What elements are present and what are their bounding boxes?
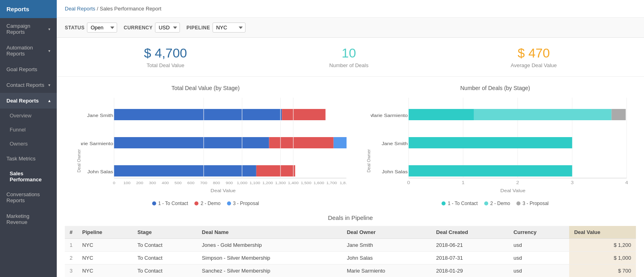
sidebar-item-automation-reports[interactable]: Automation Reports ▾ bbox=[0, 40, 57, 62]
svg-text:1,600: 1,600 bbox=[314, 181, 324, 185]
avg-deal-value: $ 470 bbox=[511, 46, 557, 61]
cell-currency: usd bbox=[509, 252, 570, 265]
cell-pipeline: NYC bbox=[77, 252, 132, 265]
sidebar-item-label: Deal Reports bbox=[6, 98, 39, 104]
chart-number-of-deals: Number of Deals (by Stage) Deal Owner 0 … bbox=[355, 85, 636, 206]
filters-bar: STATUS Open Closed Won Lost CURRENCY USD… bbox=[57, 18, 644, 38]
table-row: 1 NYC To Contact Jones - Gold Membership… bbox=[65, 239, 636, 252]
currency-select[interactable]: USD EUR GBP bbox=[155, 23, 180, 33]
legend-dot-teal bbox=[442, 201, 446, 205]
sidebar-item-label: Task Metrics bbox=[6, 156, 35, 162]
sidebar-item-contact-reports[interactable]: Contact Reports ▾ bbox=[0, 77, 57, 93]
col-deal-name: Deal Name bbox=[197, 226, 342, 239]
bar-marie-red bbox=[269, 137, 334, 148]
legend-dot-gray bbox=[516, 201, 520, 205]
cell-deal-value: $ 1,200 bbox=[569, 239, 636, 252]
sidebar-item-deal-reports[interactable]: Deal Reports ▴ bbox=[0, 93, 57, 109]
y-axis-label-right: Deal Owner bbox=[366, 149, 371, 172]
table-title: Deals in Pipeline bbox=[65, 214, 636, 221]
svg-text:400: 400 bbox=[162, 181, 169, 185]
svg-text:Marie Sarmiento: Marie Sarmiento bbox=[371, 113, 408, 118]
svg-text:200: 200 bbox=[136, 181, 143, 185]
sidebar-sub-funnel[interactable]: Funnel bbox=[0, 123, 57, 137]
bar-john-red bbox=[256, 165, 295, 176]
svg-text:Marie Sarmiento: Marie Sarmiento bbox=[81, 141, 113, 146]
col-deal-created: Deal Created bbox=[431, 226, 509, 239]
svg-text:1,000: 1,000 bbox=[237, 181, 248, 185]
pipeline-label: PIPELINE bbox=[186, 25, 210, 31]
sidebar-item-label: Automation Reports bbox=[6, 45, 48, 57]
number-of-deals: 10 bbox=[329, 46, 369, 61]
total-deal-label: Total Deal Value bbox=[144, 62, 187, 68]
sidebar-item-label: Campaign Reports bbox=[6, 23, 48, 35]
legend-r-to-contact: 1 - To Contact bbox=[442, 201, 477, 206]
cell-deal-value: $ 1,000 bbox=[569, 252, 636, 265]
chart-total-deal-value: Total Deal Value (by Stage) Deal Owner 0… bbox=[65, 85, 347, 206]
sidebar-item-label: Contact Reports bbox=[6, 82, 44, 88]
bar-marie-blue2 bbox=[334, 137, 347, 148]
cell-pipeline: NYC bbox=[77, 265, 132, 277]
svg-text:600: 600 bbox=[187, 181, 194, 185]
chevron-down-icon: ▾ bbox=[48, 83, 50, 87]
cell-stage: To Contact bbox=[132, 252, 197, 265]
legend-dot-blue2 bbox=[227, 201, 231, 205]
status-select[interactable]: Open Closed Won Lost bbox=[87, 23, 117, 33]
svg-text:1,100: 1,100 bbox=[250, 181, 260, 185]
col-deal-value: Deal Value bbox=[569, 226, 636, 239]
bar-marie-teal2 bbox=[474, 109, 611, 120]
legend-demo: 2 - Demo bbox=[194, 201, 220, 206]
cell-deal-owner: Marie Sarmiento bbox=[342, 265, 431, 277]
svg-text:700: 700 bbox=[200, 181, 207, 185]
sidebar-item-conversations-reports[interactable]: Conversations Reports bbox=[0, 187, 57, 208]
col-pipeline: Pipeline bbox=[77, 226, 132, 239]
number-of-deals-card: 10 Number of Deals bbox=[329, 46, 369, 68]
svg-text:0: 0 bbox=[407, 180, 410, 185]
legend-proposal: 3 - Proposal bbox=[227, 201, 259, 206]
deals-table-section: Deals in Pipeline # Pipeline Stage Deal … bbox=[57, 214, 644, 277]
breadcrumb: Deal Reports / Sales Performance Report bbox=[57, 0, 644, 18]
y-axis-label-left: Deal Owner bbox=[76, 149, 81, 172]
sidebar-item-label: Conversations Reports bbox=[6, 191, 50, 203]
legend-dot-teal2 bbox=[484, 201, 488, 205]
bar-jane-red bbox=[282, 109, 325, 120]
col-stage: Stage bbox=[132, 226, 197, 239]
breadcrumb-parent[interactable]: Deal Reports bbox=[65, 6, 95, 12]
sidebar-sub-sales-performance[interactable]: Sales Performance bbox=[0, 166, 57, 187]
cell-deal-owner: John Salas bbox=[342, 252, 431, 265]
svg-text:500: 500 bbox=[175, 181, 182, 185]
pipeline-select[interactable]: NYC LA Chicago bbox=[213, 23, 246, 33]
svg-text:Deal Value: Deal Value bbox=[500, 188, 526, 193]
chevron-up-icon: ▴ bbox=[48, 98, 50, 103]
col-num: # bbox=[65, 226, 77, 239]
legend-dot-blue bbox=[152, 201, 156, 205]
sidebar-sub-owners[interactable]: Owners bbox=[0, 137, 57, 151]
bar-jane-teal bbox=[409, 137, 572, 148]
chart-right-legend: 1 - To Contact 2 - Demo 3 - Proposal bbox=[355, 201, 636, 206]
sidebar-sub-overview[interactable]: Overview bbox=[0, 109, 57, 123]
table-header-row: # Pipeline Stage Deal Name Deal Owner De… bbox=[65, 226, 636, 239]
sidebar-item-task-metrics[interactable]: Task Metrics bbox=[0, 151, 57, 166]
cell-currency: usd bbox=[509, 239, 570, 252]
total-deal-value-card: $ 4,700 Total Deal Value bbox=[144, 46, 187, 68]
table-row: 3 NYC To Contact Sanchez - Silver Member… bbox=[65, 265, 636, 277]
total-deal-value: $ 4,700 bbox=[144, 46, 187, 61]
svg-text:Deal Value: Deal Value bbox=[211, 188, 236, 193]
sidebar-item-campaign-reports[interactable]: Campaign Reports ▾ bbox=[0, 18, 57, 40]
svg-text:300: 300 bbox=[149, 181, 156, 185]
avg-deal-label: Average Deal Value bbox=[511, 62, 557, 68]
sidebar-item-goal-reports[interactable]: Goal Reports bbox=[0, 62, 57, 77]
bar-marie-gray bbox=[611, 109, 625, 120]
chevron-down-icon: ▾ bbox=[48, 49, 50, 53]
sidebar-item-marketing-revenue[interactable]: Marketing Revenue bbox=[0, 208, 57, 230]
chevron-down-icon: ▾ bbox=[48, 27, 50, 31]
cell-currency: usd bbox=[509, 265, 570, 277]
svg-text:3: 3 bbox=[570, 180, 574, 185]
pipeline-filter-group: PIPELINE NYC LA Chicago bbox=[186, 23, 246, 33]
cell-num: 1 bbox=[65, 239, 77, 252]
bar-jane-blue bbox=[114, 109, 282, 120]
bar-marie-teal bbox=[409, 109, 474, 120]
svg-text:1,8...: 1,8... bbox=[340, 181, 346, 185]
sidebar-item-label: Marketing Revenue bbox=[6, 213, 50, 225]
deals-table: # Pipeline Stage Deal Name Deal Owner De… bbox=[65, 226, 636, 277]
main-content: Deal Reports / Sales Performance Report … bbox=[57, 0, 644, 277]
